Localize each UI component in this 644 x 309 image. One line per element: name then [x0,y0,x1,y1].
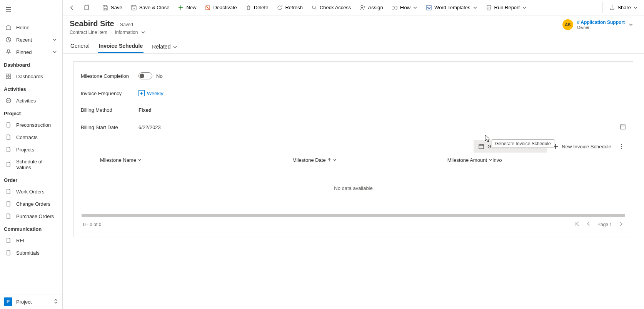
billing-method-value[interactable]: Fixed [138,107,614,113]
app-badge: P [4,297,12,306]
sidebar-item-schedule-of-values[interactable]: Schedule of Values [0,156,62,173]
assign-button[interactable]: Assign [356,2,387,13]
refresh-button[interactable]: Refresh [273,2,307,13]
tab-related[interactable]: Related [151,40,178,53]
calendar-icon[interactable] [620,124,626,131]
flow-button[interactable]: Flow [388,2,421,13]
doc-icon [5,188,12,195]
pager-prev-button[interactable] [586,221,591,228]
sidebar-item-preconstruction[interactable]: Preconstruction [0,119,62,131]
new-button[interactable]: New [174,2,200,13]
pin-icon [5,49,12,55]
pager-first-button[interactable] [574,221,580,228]
flow-icon [392,5,398,11]
svg-rect-4 [9,77,11,79]
sidebar-item-label: Schedule of Values [16,159,57,170]
sidebar-section-communication: Communication [0,222,62,234]
milestone-completion-toggle[interactable] [138,72,152,79]
sidebar-item-label: Activities [16,98,36,104]
check-access-button[interactable]: Check Access [307,2,355,13]
svg-rect-13 [479,144,484,149]
column-label: Milestone Amount [447,157,487,163]
doc-icon [5,213,12,219]
save-icon [102,5,108,11]
sidebar-section-dashboard: Dashboard [0,58,62,70]
invoice-frequency-value: Weekly [147,91,163,96]
plus-icon [178,5,184,11]
sidebar-item-label: Pinned [16,49,32,55]
sidebar-item-label: Projects [16,147,34,153]
run-report-button[interactable]: Run Report [482,2,531,13]
delete-button[interactable]: Delete [242,2,272,13]
sidebar-item-submittals[interactable]: Submittals [0,247,62,259]
word-templates-button[interactable]: Word Templates [422,2,481,13]
deactivate-icon [205,5,211,11]
breadcrumb-entity: Contract Line Item [70,30,107,35]
invoice-frequency-lookup[interactable]: Weekly [138,90,614,96]
chevron-down-icon [173,44,177,49]
sidebar-item-rfi[interactable]: RFI [0,234,62,247]
sidebar-item-home[interactable]: Home [0,21,62,34]
cmd-label: Share [617,5,631,10]
sidebar-item-recent[interactable]: Recent [0,34,62,46]
sidebar-item-work-orders[interactable]: Work Orders [0,185,62,198]
share-icon [609,5,615,11]
openwindow-icon [83,5,90,11]
new-invoice-schedule-button[interactable]: New Invoice Schedule [548,140,616,153]
cmd-label: Refresh [285,5,303,10]
chevron-down-icon[interactable] [629,22,633,27]
column-milestone-name[interactable]: Milestone Name [100,157,292,163]
button-label: New Invoice Schedule [562,144,611,149]
doc-icon [5,201,12,207]
record-count: 0 - 0 of 0 [83,222,101,227]
owner-name[interactable]: # Application Support [577,20,625,25]
save-close-button[interactable]: Save & Close [127,2,174,13]
tab-general[interactable]: General [70,40,90,53]
column-milestone-amount[interactable]: Milestone Amount [446,157,492,163]
pager-next-button[interactable] [618,221,624,228]
refresh-icon [277,5,283,11]
owner-avatar[interactable]: AS [562,19,573,30]
chevron-down-icon[interactable] [141,30,145,35]
save-button[interactable]: Save [98,2,126,13]
svg-point-15 [621,146,622,147]
doc-icon [5,122,12,128]
sidebar-item-contracts[interactable]: Contracts [0,131,62,143]
sidebar-app-switcher[interactable]: P Project [0,294,62,309]
hamburger-menu-button[interactable] [0,3,62,17]
tooltip: Generate Invoice Schedule [492,139,554,148]
doc-icon [5,146,12,153]
sidebar-item-change-orders[interactable]: Change Orders [0,198,62,210]
billing-start-date-value[interactable]: 6/22/2023 [138,124,614,130]
sidebar-item-projects[interactable]: Projects [0,143,62,156]
column-milestone-date[interactable]: Milestone Date [292,157,446,163]
owner-label: Owner [577,25,625,30]
sidebar-item-pinned[interactable]: Pinned [0,46,62,58]
subgrid-more-button[interactable] [617,140,626,153]
share-button[interactable]: Share [605,2,642,13]
subgrid-header: Milestone Name Milestone Date Milestone … [81,154,626,166]
cmd-label: Save & Close [139,5,170,10]
field-label-billing-method: Billing Method [81,107,138,113]
deactivate-button[interactable]: Deactivate [201,2,240,13]
svg-rect-3 [6,77,8,79]
sidebar-item-purchase-orders[interactable]: Purchase Orders [0,210,62,222]
sidebar-item-dashboards[interactable]: Dashboards [0,70,62,82]
tab-label: Related [152,44,170,50]
lookup-icon [138,90,145,96]
back-button[interactable] [65,2,79,13]
open-in-new-window-button[interactable] [80,2,93,13]
record-title: Seabird Site [70,19,114,28]
sidebar-section-order: Order [0,173,62,185]
column-label: Milestone Date [292,157,326,163]
column-label: Milestone Name [100,157,136,163]
report-icon [486,5,492,11]
chevron-down-icon [413,5,417,10]
column-invoice-date[interactable]: Invo [492,157,516,163]
back-icon [69,5,75,11]
sidebar-item-activities[interactable]: Activities [0,94,62,107]
cmd-label: Word Templates [434,5,470,10]
sidebar-item-label: Preconstruction [16,122,51,128]
horizontal-scrollbar[interactable] [82,214,625,217]
tab-invoice-schedule[interactable]: Invoice Schedule [98,40,143,53]
